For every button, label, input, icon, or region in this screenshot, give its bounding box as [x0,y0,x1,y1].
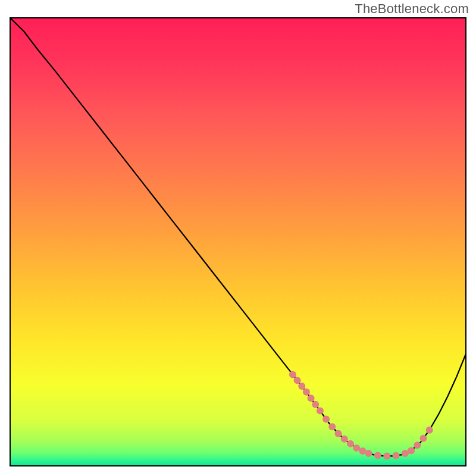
optimal-dot [317,407,324,414]
optimal-dot [294,377,301,384]
optimal-dot [335,430,342,437]
chart-svg [0,0,476,476]
optimal-dot [426,427,433,434]
optimal-dot [374,452,381,459]
optimal-dot [312,401,319,408]
optimal-dot [353,444,360,452]
optimal-dot [298,383,305,390]
watermark-text: TheBottleneck.com [355,1,469,17]
optimal-dot [402,450,409,457]
optimal-dot [359,447,366,455]
optimal-dot [322,415,330,422]
optimal-dot [420,435,427,442]
optimal-dot [341,436,348,443]
chart-container: TheBottleneck.com [0,0,476,476]
optimal-dot [408,447,415,454]
optimal-dot [365,450,372,457]
optimal-dot [414,441,421,449]
gradient-background [10,18,466,466]
optimal-dot [303,389,310,396]
optimal-dot [328,423,336,430]
optimal-dot [383,452,390,459]
optimal-dot [308,394,315,402]
optimal-dot [347,440,354,447]
optimal-dot [393,452,400,459]
optimal-dot [289,371,296,378]
